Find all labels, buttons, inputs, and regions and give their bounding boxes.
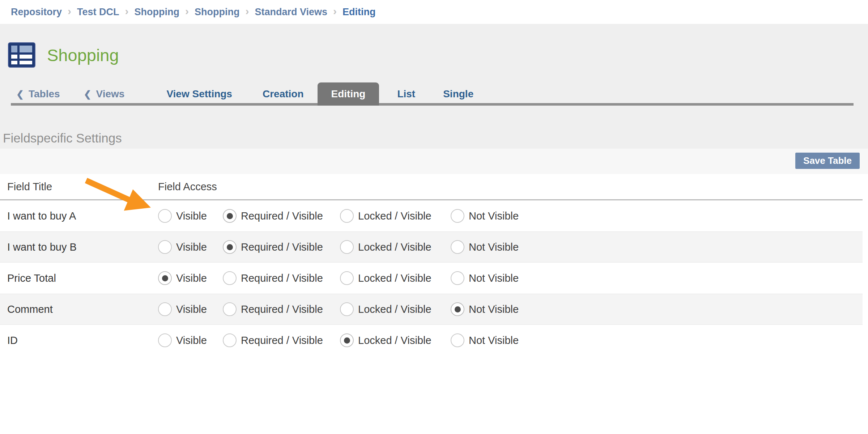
radio-label: Required / Visible: [241, 303, 323, 315]
radio-selected-icon[interactable]: [340, 333, 354, 347]
page-title: Shopping: [47, 45, 119, 65]
radio-unselected-icon[interactable]: [158, 209, 172, 223]
field-settings-table: Field Title Field Access I want to buy A…: [0, 174, 863, 356]
radio-unselected-icon[interactable]: [340, 209, 354, 223]
breadcrumb-separator-icon: ›: [125, 5, 129, 17]
radio-option-visible[interactable]: Visible: [158, 302, 223, 316]
page: Repository›Test DCL›Shopping›Shopping›St…: [0, 0, 868, 434]
radio-label: Not Visible: [469, 272, 519, 284]
tab-editing[interactable]: Editing: [318, 82, 379, 106]
radio-option-required-visible[interactable]: Required / Visible: [223, 209, 340, 223]
radio-option-not-visible[interactable]: Not Visible: [451, 302, 863, 316]
tab-view-settings[interactable]: View Settings: [166, 88, 232, 100]
radio-label: Not Visible: [469, 335, 519, 346]
table-header-row: Field Title Field Access: [0, 174, 863, 200]
field-row-i-want-to-buy-a: I want to buy AVisibleRequired / Visible…: [0, 200, 863, 231]
radio-unselected-icon[interactable]: [340, 302, 354, 316]
radio-label: Not Visible: [469, 241, 519, 253]
radio-label: Visible: [176, 303, 207, 315]
radio-label: Required / Visible: [241, 335, 323, 346]
field-title: ID: [0, 335, 158, 346]
breadcrumb-separator-icon: ›: [68, 5, 71, 17]
tab-tables[interactable]: ❮Tables: [16, 88, 60, 100]
tabs: ❮Tables❮ViewsView SettingsCreationEditin…: [0, 82, 868, 106]
breadcrumb-item-standard-views[interactable]: Standard Views: [255, 7, 327, 18]
field-row-i-want-to-buy-b: I want to buy BVisibleRequired / Visible…: [0, 231, 863, 263]
radio-label: Locked / Visible: [358, 335, 431, 346]
tab-creation[interactable]: Creation: [263, 88, 304, 100]
table-icon: [8, 42, 35, 68]
tab-label: Single: [443, 88, 473, 100]
radio-label: Locked / Visible: [358, 303, 431, 315]
radio-option-not-visible[interactable]: Not Visible: [451, 209, 863, 223]
radio-option-visible[interactable]: Visible: [158, 209, 223, 223]
radio-option-locked-visible[interactable]: Locked / Visible: [340, 271, 451, 285]
radio-unselected-icon[interactable]: [158, 240, 172, 254]
radio-unselected-icon[interactable]: [340, 271, 354, 285]
radio-unselected-icon[interactable]: [223, 302, 237, 316]
radio-label: Visible: [176, 335, 207, 346]
breadcrumb-item-shopping[interactable]: Shopping: [195, 7, 239, 18]
radio-option-visible[interactable]: Visible: [158, 333, 223, 347]
tab-label: Tables: [29, 88, 60, 100]
radio-option-not-visible[interactable]: Not Visible: [451, 271, 863, 285]
radio-option-locked-visible[interactable]: Locked / Visible: [340, 302, 451, 316]
radio-selected-icon[interactable]: [451, 302, 464, 316]
radio-selected-icon[interactable]: [223, 209, 237, 223]
tab-label: View Settings: [166, 88, 232, 100]
field-row-price-total: Price TotalVisibleRequired / VisibleLock…: [0, 263, 863, 294]
chevron-left-icon: ❮: [84, 89, 92, 99]
breadcrumb-item-repository[interactable]: Repository: [11, 7, 62, 18]
breadcrumb-item-shopping[interactable]: Shopping: [135, 7, 179, 18]
radio-unselected-icon[interactable]: [158, 302, 172, 316]
column-header-field-title: Field Title: [0, 181, 158, 193]
breadcrumb-separator-icon: ›: [245, 5, 249, 17]
radio-unselected-icon[interactable]: [451, 240, 464, 254]
field-row-comment: CommentVisibleRequired / VisibleLocked /…: [0, 294, 863, 325]
tab-single[interactable]: Single: [443, 88, 473, 100]
field-table-body: I want to buy AVisibleRequired / Visible…: [0, 200, 863, 356]
header-band: Shopping ❮Tables❮ViewsView SettingsCreat…: [0, 24, 868, 149]
tab-label: Creation: [263, 88, 304, 100]
breadcrumb-item-test-dcl[interactable]: Test DCL: [77, 7, 119, 18]
radio-option-required-visible[interactable]: Required / Visible: [223, 271, 340, 285]
radio-unselected-icon[interactable]: [223, 271, 237, 285]
tab-views[interactable]: ❮Views: [84, 88, 125, 100]
radio-unselected-icon[interactable]: [340, 240, 354, 254]
title-row: Shopping: [0, 24, 868, 68]
radio-selected-icon[interactable]: [223, 240, 237, 254]
radio-option-visible[interactable]: Visible: [158, 271, 223, 285]
breadcrumb-separator-icon: ›: [333, 5, 337, 17]
radio-label: Not Visible: [469, 210, 519, 222]
radio-unselected-icon[interactable]: [451, 209, 464, 223]
tab-label: Views: [96, 88, 125, 100]
radio-option-not-visible[interactable]: Not Visible: [451, 240, 863, 254]
field-row-id: IDVisibleRequired / VisibleLocked / Visi…: [0, 325, 863, 356]
radio-option-required-visible[interactable]: Required / Visible: [223, 302, 340, 316]
save-table-button[interactable]: Save Table: [795, 153, 860, 169]
radio-label: Visible: [176, 272, 207, 284]
radio-option-locked-visible[interactable]: Locked / Visible: [340, 209, 451, 223]
radio-unselected-icon[interactable]: [451, 333, 464, 347]
radio-option-locked-visible[interactable]: Locked / Visible: [340, 240, 451, 254]
tab-list[interactable]: List: [397, 88, 415, 100]
radio-label: Locked / Visible: [358, 241, 431, 253]
breadcrumb: Repository›Test DCL›Shopping›Shopping›St…: [0, 0, 868, 24]
radio-option-not-visible[interactable]: Not Visible: [451, 333, 863, 347]
radio-selected-icon[interactable]: [158, 271, 172, 285]
chevron-left-icon: ❮: [16, 89, 24, 99]
field-title: Price Total: [0, 272, 158, 284]
radio-label: Required / Visible: [241, 241, 323, 253]
field-title: Comment: [0, 303, 158, 315]
radio-label: Not Visible: [469, 303, 519, 315]
tabs-row: ❮Tables❮ViewsView SettingsCreationEditin…: [0, 82, 868, 106]
field-title: I want to buy A: [0, 210, 158, 222]
radio-option-locked-visible[interactable]: Locked / Visible: [340, 333, 451, 347]
radio-unselected-icon[interactable]: [451, 271, 464, 285]
radio-option-required-visible[interactable]: Required / Visible: [223, 240, 340, 254]
radio-option-visible[interactable]: Visible: [158, 240, 223, 254]
field-title: I want to buy B: [0, 241, 158, 253]
radio-unselected-icon[interactable]: [223, 333, 237, 347]
radio-unselected-icon[interactable]: [158, 333, 172, 347]
radio-option-required-visible[interactable]: Required / Visible: [223, 333, 340, 347]
